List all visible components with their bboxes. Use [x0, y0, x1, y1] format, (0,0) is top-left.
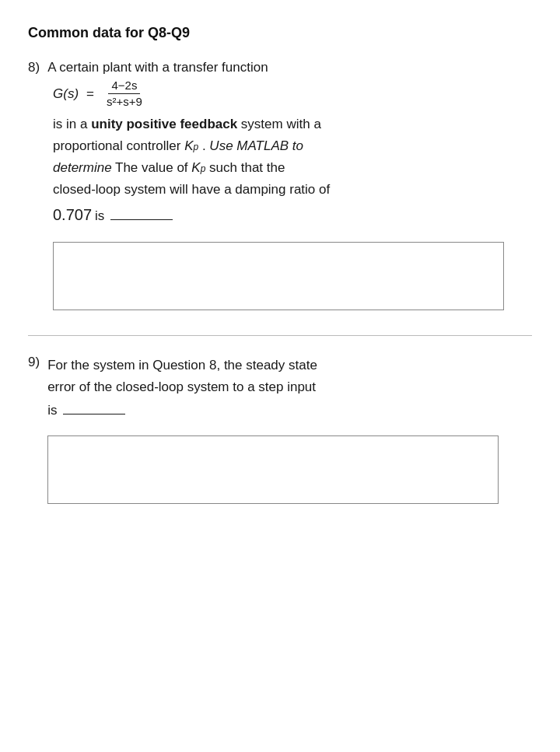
q9-text-block: For the system in Question 8, the steady… [47, 355, 499, 518]
question-8-block: 8) A certain plant with a transfer funct… [28, 60, 532, 310]
gs-label: G(s) [53, 86, 79, 102]
q8-intro: A certain plant with a transfer function [47, 60, 268, 75]
q9-line2: error of the closed-loop system to a ste… [47, 376, 499, 398]
q8-kp2: Kp [191, 157, 205, 179]
section-divider [28, 335, 532, 336]
q8-is-text: is [95, 205, 104, 227]
q9-line1: For the system in Question 8, the steady… [47, 355, 499, 376]
q9-content: 9) For the system in Question 8, the ste… [28, 355, 532, 518]
page-header: Common data for Q8-Q9 [28, 25, 532, 41]
question-9-block: 9) For the system in Question 8, the ste… [28, 355, 532, 518]
answer-box-q9[interactable] [47, 435, 499, 504]
q8-content: G(s) = 4−2s s²+s+9 is in a unity positiv… [53, 79, 532, 310]
q8-line5: closed-loop system will have a damping r… [53, 179, 532, 201]
q8-value: 0.707 [53, 202, 92, 228]
q8-blank [110, 219, 173, 220]
q9-blank [63, 414, 125, 414]
transfer-function-line: G(s) = 4−2s s²+s+9 [53, 79, 532, 109]
q8-line4-part1: The value of [112, 160, 192, 175]
q8-line2-part2: system with a [237, 117, 321, 131]
q8-line3-part1: proportional controller [53, 138, 184, 153]
q8-line4-part2: such that the [205, 160, 285, 175]
q8-line3-part2: . [198, 138, 209, 153]
numerator: 4−2s [108, 79, 140, 94]
q8-line6: 0.707 is [53, 202, 532, 228]
q8-line2-part1: is in a [53, 117, 91, 131]
q8-determine: determine [53, 160, 112, 175]
page-wrapper: Common data for Q8-Q9 8) A certain plant… [28, 25, 532, 518]
q8-line3-matlab: Use MATLAB to [209, 138, 303, 153]
q8-kp1: Kp [184, 135, 198, 157]
q8-line2: is in a unity positive feedback system w… [53, 114, 532, 135]
q9-line3: is [47, 400, 499, 421]
fraction-display: 4−2s s²+s+9 [103, 79, 145, 109]
q8-number-intro: 8) A certain plant with a transfer funct… [28, 60, 532, 75]
denominator: s²+s+9 [103, 94, 145, 109]
q8-line2-bold: unity positive feedback [91, 117, 237, 131]
q9-number: 9) [28, 355, 40, 370]
answer-box-q8[interactable] [53, 242, 504, 310]
q8-line3: proportional controller Kp . Use MATLAB … [53, 135, 532, 157]
q8-number: 8) [28, 60, 40, 75]
q8-line4: determine The value of Kp such that the [53, 157, 532, 179]
equals-sign: = [86, 86, 94, 102]
q9-is-text: is [47, 400, 57, 421]
